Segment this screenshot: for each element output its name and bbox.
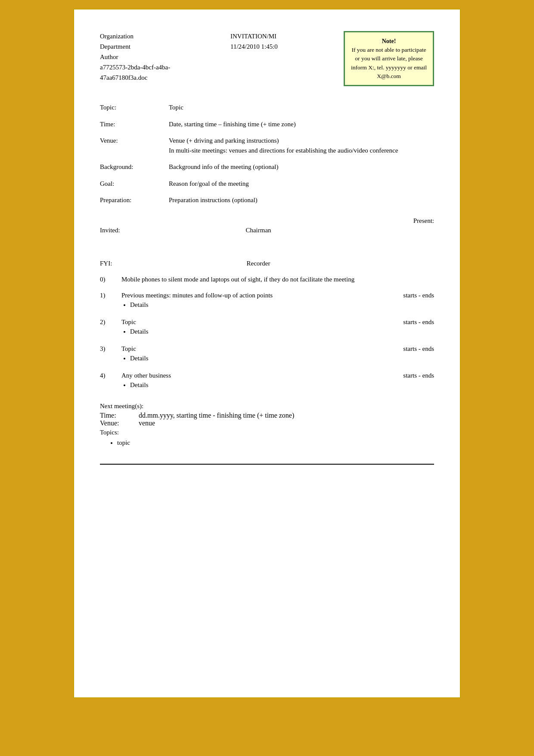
document-page: Organization Department Author a7725573-… (73, 9, 461, 698)
organization-label: Organization (100, 31, 213, 41)
agenda-time-1: starts - ends (378, 292, 434, 299)
field-topic: Topic: Topic (100, 99, 434, 116)
next-meeting-time-label: Time: (100, 412, 130, 419)
agenda-title-1: Previous meetings: minutes and follow-up… (121, 292, 378, 299)
agenda-num-2: 2) (100, 319, 121, 326)
value-time: Date, starting time – finishing time (+ … (169, 116, 434, 133)
agenda-title-2: Topic (121, 319, 378, 326)
info-table: Topic: Topic Time: Date, starting time –… (100, 99, 434, 209)
agenda-content-0: Mobile phones to silent mode and laptops… (121, 276, 434, 283)
field-background: Background: Background info of the meeti… (100, 159, 434, 175)
agenda-time-3: starts - ends (378, 345, 434, 353)
next-meeting-time-value: dd.mm.yyyy, starting time - finishing ti… (139, 412, 294, 419)
department-label: Department (100, 41, 213, 52)
note-body: If you are not able to participate or yo… (351, 46, 427, 81)
bottom-divider (100, 464, 434, 465)
present-label: Present: (100, 217, 434, 225)
fyi-row: FYI: Recorder (100, 260, 434, 267)
agenda-item-3: 3) Topic starts - ends Details (100, 345, 434, 363)
label-preparation: Preparation: (100, 192, 169, 209)
agenda-num-4: 4) (100, 372, 121, 379)
next-meeting-venue-label: Venue: (100, 419, 130, 427)
agenda-details-1: Details (121, 301, 434, 309)
next-meeting-time-row: Time: dd.mm.yyyy, starting time - finish… (100, 412, 434, 419)
invited-label: Invited: (100, 227, 169, 234)
chairman-label: Chairman (169, 227, 348, 234)
agenda-num-0: 0) (100, 276, 121, 283)
agenda-section: 0) Mobile phones to silent mode and lapt… (100, 276, 434, 390)
agenda-title-row-0: Mobile phones to silent mode and laptops… (121, 276, 434, 283)
next-meeting-topics-list: topic (100, 439, 434, 447)
invitation-label: INVITATION/MI (230, 31, 344, 41)
value-topic: Topic (169, 99, 434, 116)
label-topic: Topic: (100, 99, 169, 116)
agenda-item-1: 1) Previous meetings: minutes and follow… (100, 292, 434, 310)
header-center: INVITATION/MI 11/24/2010 1:45:0 (213, 31, 344, 52)
field-venue: Venue: Venue (+ driving and parking inst… (100, 132, 434, 159)
label-venue: Venue: (100, 132, 169, 159)
note-title: Note! (351, 37, 427, 46)
agenda-title-4: Any other business (121, 372, 378, 379)
agenda-content-3: Topic starts - ends Details (121, 345, 434, 363)
agenda-time-2: starts - ends (378, 319, 434, 326)
next-meeting-section: Next meeting(s): Time: dd.mm.yyyy, start… (100, 401, 434, 447)
agenda-details-2: Details (121, 328, 434, 335)
agenda-item-0: 0) Mobile phones to silent mode and lapt… (100, 276, 434, 283)
value-venue: Venue (+ driving and parking instruction… (169, 132, 434, 159)
datetime: 11/24/2010 1:45:0 (230, 41, 344, 52)
agenda-title-0: Mobile phones to silent mode and laptops… (121, 276, 378, 283)
agenda-detail-4-0: Details (130, 381, 434, 389)
agenda-title-row-4: Any other business starts - ends (121, 372, 434, 379)
value-background: Background info of the meeting (optional… (169, 159, 434, 175)
agenda-content-2: Topic starts - ends Details (121, 319, 434, 337)
note-box: Note! If you are not able to participate… (344, 31, 434, 86)
agenda-title-row-2: Topic starts - ends (121, 319, 434, 326)
label-goal: Goal: (100, 175, 169, 192)
spacer1 (100, 236, 434, 249)
agenda-detail-2-0: Details (130, 328, 434, 335)
agenda-content-1: Previous meetings: minutes and follow-up… (121, 292, 434, 310)
doc-id: a7725573-2bda-4bcf-a4ba-47aa67180f3a.doc (100, 62, 213, 83)
next-meeting-title: Next meeting(s): (100, 401, 434, 412)
header-left: Organization Department Author a7725573-… (100, 31, 213, 83)
agenda-content-4: Any other business starts - ends Details (121, 372, 434, 390)
agenda-details-4: Details (121, 381, 434, 389)
agenda-title-row-3: Topic starts - ends (121, 345, 434, 353)
agenda-details-3: Details (121, 355, 434, 362)
agenda-item-4: 4) Any other business starts - ends Deta… (100, 372, 434, 390)
label-background: Background: (100, 159, 169, 175)
agenda-detail-1-0: Details (130, 301, 434, 309)
next-meeting-topic-0: topic (117, 439, 434, 447)
attendees-section: Present: Invited: Chairman FYI: Recorder (100, 217, 434, 267)
field-time: Time: Date, starting time – finishing ti… (100, 116, 434, 133)
next-meeting-venue-row: Venue: venue (100, 419, 434, 427)
header-section: Organization Department Author a7725573-… (100, 31, 434, 86)
next-meeting-topics-label: Topics: (100, 427, 434, 438)
agenda-time-4: starts - ends (378, 372, 434, 379)
recorder-label: Recorder (169, 260, 348, 267)
label-time: Time: (100, 116, 169, 133)
fyi-label: FYI: (100, 260, 169, 267)
agenda-item-2: 2) Topic starts - ends Details (100, 319, 434, 337)
value-preparation: Preparation instructions (optional) (169, 192, 434, 209)
agenda-title-3: Topic (121, 345, 378, 353)
agenda-detail-3-0: Details (130, 355, 434, 362)
next-meeting-venue-value: venue (139, 419, 155, 427)
value-goal: Reason for/goal of the meeting (169, 175, 434, 192)
agenda-num-3: 3) (100, 345, 121, 353)
agenda-title-row-1: Previous meetings: minutes and follow-up… (121, 292, 434, 299)
field-goal: Goal: Reason for/goal of the meeting (100, 175, 434, 192)
agenda-num-1: 1) (100, 292, 121, 299)
author-label: Author (100, 52, 213, 62)
field-preparation: Preparation: Preparation instructions (o… (100, 192, 434, 209)
invited-row: Invited: Chairman (100, 227, 434, 234)
